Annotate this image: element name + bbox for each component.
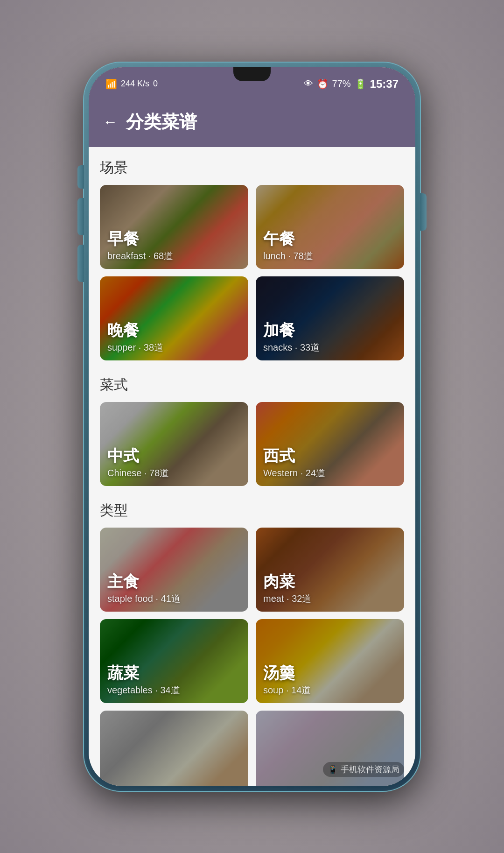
card-name-lunch: 午餐 bbox=[263, 230, 397, 247]
card-name-snacks: 加餐 bbox=[263, 322, 397, 339]
type-grid: 主食 staple food · 41道 肉菜 meat · 32道 bbox=[100, 528, 404, 786]
data-indicator: 0 bbox=[153, 79, 158, 89]
signal-text: 244 K/s bbox=[121, 79, 149, 89]
card-chinese[interactable]: 中式 Chinese · 78道 bbox=[100, 402, 248, 486]
card-sub-chinese: Chinese · 78道 bbox=[107, 467, 241, 479]
section-title-style: 菜式 bbox=[100, 375, 404, 395]
card-lunch[interactable]: 午餐 lunch · 78道 bbox=[256, 185, 404, 269]
time-display: 15:37 bbox=[370, 78, 399, 91]
card-name-staple: 主食 bbox=[107, 573, 241, 590]
phone-inner: 📶 244 K/s 0 👁 ⏰ 77% 🔋 15:37 ← 分类菜谱 bbox=[89, 67, 415, 786]
card-name-meat: 肉菜 bbox=[263, 573, 397, 590]
card-soup[interactable]: 汤羹 soup · 14道 bbox=[256, 619, 404, 703]
battery-icon: 🔋 bbox=[355, 78, 366, 90]
card-breakfast[interactable]: 早餐 breakfast · 68道 bbox=[100, 185, 248, 269]
card-content: 汤羹 soup · 14道 bbox=[256, 658, 404, 703]
card-content: 中式 Chinese · 78道 bbox=[100, 441, 248, 486]
status-right: 👁 ⏰ 77% 🔋 15:37 bbox=[304, 78, 399, 91]
volume-down-button[interactable] bbox=[77, 245, 84, 282]
section-title-type: 类型 bbox=[100, 501, 404, 520]
card-sub-staple: staple food · 41道 bbox=[107, 592, 241, 605]
card-sub-western: Western · 24道 bbox=[263, 467, 397, 479]
card-content: 主食 staple food · 41道 bbox=[100, 566, 248, 611]
alarm-icon: ⏰ bbox=[317, 78, 329, 90]
section-type: 类型 主食 staple food · 41道 肉 bbox=[100, 501, 404, 786]
card-partial1[interactable] bbox=[100, 711, 248, 786]
card-name-breakfast: 早餐 bbox=[107, 230, 241, 247]
card-sub-vegetables: vegetables · 34道 bbox=[107, 684, 241, 697]
card-name-soup: 汤羹 bbox=[263, 664, 397, 682]
notch bbox=[233, 67, 271, 81]
card-content bbox=[256, 782, 404, 786]
card-content: 早餐 breakfast · 68道 bbox=[100, 224, 248, 268]
card-staple[interactable]: 主食 staple food · 41道 bbox=[100, 528, 248, 612]
card-content: 肉菜 meat · 32道 bbox=[256, 566, 404, 611]
card-western[interactable]: 西式 Western · 24道 bbox=[256, 402, 404, 486]
power-button[interactable] bbox=[420, 193, 427, 231]
card-sub-snacks: snacks · 33道 bbox=[263, 341, 397, 354]
status-bar: 📶 244 K/s 0 👁 ⏰ 77% 🔋 15:37 bbox=[89, 67, 415, 101]
scene-grid: 早餐 breakfast · 68道 午餐 lunch · 78道 bbox=[100, 185, 404, 360]
card-sub-breakfast: breakfast · 68道 bbox=[107, 250, 241, 262]
card-meat[interactable]: 肉菜 meat · 32道 bbox=[256, 528, 404, 612]
card-name-western: 西式 bbox=[263, 447, 397, 465]
battery-percent: 77% bbox=[332, 78, 351, 89]
card-name-chinese: 中式 bbox=[107, 447, 241, 465]
wechat-icon: 📱 bbox=[328, 764, 338, 775]
section-title-scene: 场景 bbox=[100, 158, 404, 177]
card-sub-lunch: lunch · 78道 bbox=[263, 250, 397, 262]
card-content: 加餐 snacks · 33道 bbox=[256, 315, 404, 360]
watermark-text: 手机软件资源局 bbox=[341, 764, 399, 775]
section-style: 菜式 中式 Chinese · 78道 西式 bbox=[100, 375, 404, 486]
screen: 📶 244 K/s 0 👁 ⏰ 77% 🔋 15:37 ← 分类菜谱 bbox=[89, 67, 415, 786]
card-name-supper: 晚餐 bbox=[107, 322, 241, 339]
content-area: 场景 早餐 breakfast · 68道 午餐 bbox=[89, 147, 415, 786]
volume-up-button[interactable] bbox=[77, 198, 84, 235]
card-sub-supper: supper · 38道 bbox=[107, 341, 241, 354]
card-content: 蔬菜 vegetables · 34道 bbox=[100, 658, 248, 703]
card-name-vegetables: 蔬菜 bbox=[107, 664, 241, 682]
card-overlay bbox=[100, 711, 248, 786]
card-content: 西式 Western · 24道 bbox=[256, 441, 404, 486]
page-header: ← 分类菜谱 bbox=[89, 101, 415, 147]
phone-frame: 📶 244 K/s 0 👁 ⏰ 77% 🔋 15:37 ← 分类菜谱 bbox=[84, 63, 420, 791]
card-content: 晚餐 supper · 38道 bbox=[100, 315, 248, 360]
card-vegetables[interactable]: 蔬菜 vegetables · 34道 bbox=[100, 619, 248, 703]
eye-icon: 👁 bbox=[304, 78, 313, 89]
card-content bbox=[100, 782, 248, 786]
watermark: 📱 手机软件资源局 bbox=[323, 762, 404, 777]
card-snacks[interactable]: 加餐 snacks · 33道 bbox=[256, 276, 404, 360]
wifi-icon: 📶 bbox=[105, 78, 117, 90]
card-supper[interactable]: 晚餐 supper · 38道 bbox=[100, 276, 248, 360]
status-left: 📶 244 K/s 0 bbox=[105, 78, 158, 90]
card-sub-meat: meat · 32道 bbox=[263, 592, 397, 605]
style-grid: 中式 Chinese · 78道 西式 Western · 24道 bbox=[100, 402, 404, 486]
card-content: 午餐 lunch · 78道 bbox=[256, 224, 404, 268]
section-scene: 场景 早餐 breakfast · 68道 午餐 bbox=[100, 158, 404, 360]
back-button[interactable]: ← bbox=[103, 114, 118, 129]
page-title: 分类菜谱 bbox=[126, 110, 197, 134]
silent-button[interactable] bbox=[77, 165, 84, 189]
card-sub-soup: soup · 14道 bbox=[263, 684, 397, 697]
